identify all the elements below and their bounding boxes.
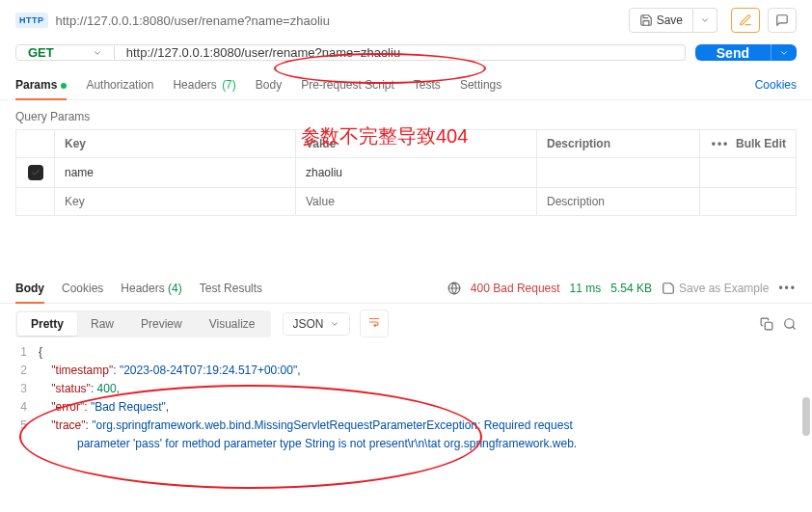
chevron-down-icon [330,319,339,329]
edit-docs-button[interactable] [731,8,760,33]
tab-body[interactable]: Body [256,70,282,99]
params-indicator [61,83,67,89]
query-params-title: Query Params [0,100,812,129]
chevron-down-icon [779,48,789,58]
copy-icon[interactable] [760,317,773,331]
view-visualize[interactable]: Visualize [196,312,269,336]
save-as-example[interactable]: Save as Example [662,282,769,295]
tab-params[interactable]: Params [15,70,67,99]
comment-icon [775,13,789,27]
save-button-group: Save [629,8,717,33]
tab-headers-count: (7) [222,78,236,92]
comments-button[interactable] [768,8,797,33]
svg-rect-2 [765,322,772,330]
url-query: ?name=zhaoliu [315,45,401,60]
send-button[interactable]: Send [695,44,771,61]
json-val: "org.springframework.web.bind.MissingSer… [92,418,573,432]
json-key: "trace" [51,418,85,432]
json-val: "Bad Request" [91,400,166,414]
tab-params-label: Params [15,78,57,92]
param-key-input[interactable]: name [55,158,296,188]
json-key: "error" [51,400,84,414]
json-val: "2023-08-24T07:19:24.517+00:00" [120,364,297,377]
search-response-icon[interactable] [783,317,797,331]
resp-tab-cookies[interactable]: Cookies [62,274,103,303]
pencil-icon [739,13,752,27]
save-button[interactable]: Save [629,8,693,33]
status-size[interactable]: 5.54 KB [610,282,652,295]
view-pretty[interactable]: Pretty [17,312,77,336]
tab-authorization[interactable]: Authorization [86,70,153,99]
response-body[interactable]: 1{ 2 "timestamp": "2023-08-24T07:19:24.5… [0,343,812,453]
col-key[interactable]: Key [55,130,296,158]
view-raw[interactable]: Raw [77,312,127,336]
resp-tab-test-results[interactable]: Test Results [200,274,262,303]
method-select[interactable]: GET [15,44,115,61]
view-preview[interactable]: Preview [127,312,196,336]
row-checkbox[interactable] [28,165,43,180]
check-icon [31,168,41,177]
save-as-example-label: Save as Example [679,282,769,295]
method-label: GET [28,45,54,60]
request-title: http://127.0.0.1:8080/user/rename?name=z… [56,13,621,28]
bulk-edit[interactable]: Bulk Edit [736,137,786,150]
json-val: 400 [97,382,117,395]
view-segment: Pretty Raw Preview Visualize [15,310,271,337]
chevron-down-icon [700,15,710,25]
query-params-table: Key Value Description ••• Bulk Edit name… [15,129,797,216]
table-row-new: Key Value Description [16,188,797,216]
more-options[interactable]: ••• [712,137,730,150]
tab-prerequest[interactable]: Pre-request Script [301,70,394,99]
new-key-input[interactable]: Key [55,188,296,216]
url-input[interactable]: http://127.0.0.1:8080/user/rename?name=z… [115,44,686,61]
status-time[interactable]: 11 ms [570,282,602,295]
col-desc[interactable]: Description [537,130,700,158]
tab-headers-label: Headers [173,78,216,92]
json-val: parameter 'pass' for method parameter ty… [65,437,578,450]
new-desc-input[interactable]: Description [537,188,700,216]
param-value-input[interactable]: zhaoliu [296,158,537,188]
tab-headers[interactable]: Headers (7) [173,70,235,99]
save-icon [639,13,653,27]
json-key: "timestamp" [51,364,113,377]
table-header-row: Key Value Description ••• Bulk Edit [16,130,797,158]
scrollbar[interactable] [802,397,810,436]
chevron-down-icon [93,48,102,58]
tab-tests[interactable]: Tests [414,70,441,99]
globe-icon[interactable] [447,282,461,295]
http-badge: HTTP [15,13,48,28]
new-value-input[interactable]: Value [296,188,537,216]
wrap-icon [367,315,381,329]
send-dropdown[interactable] [771,44,797,61]
save-icon [662,282,675,295]
format-label: JSON [293,317,324,331]
table-row: name zhaoliu [16,158,797,188]
format-select[interactable]: JSON [283,312,350,336]
resp-tab-body[interactable]: Body [15,274,44,303]
resp-tab-headers-count: (4) [168,282,182,295]
svg-line-4 [793,326,796,329]
resp-more[interactable]: ••• [778,282,797,295]
status-code[interactable]: 400 Bad Request [471,282,560,295]
resp-tab-headers-label: Headers [121,282,164,295]
col-value[interactable]: Value [296,130,537,158]
url-base: http://127.0.0.1:8080/user/rename [126,45,315,60]
save-dropdown[interactable] [693,8,717,33]
json-key: "status" [51,382,91,395]
save-label: Save [657,13,683,27]
cookies-link[interactable]: Cookies [755,78,797,92]
resp-tab-headers[interactable]: Headers (4) [121,274,181,303]
tab-settings[interactable]: Settings [460,70,501,99]
param-desc-input[interactable] [537,158,700,188]
wrap-lines-button[interactable] [360,310,389,337]
